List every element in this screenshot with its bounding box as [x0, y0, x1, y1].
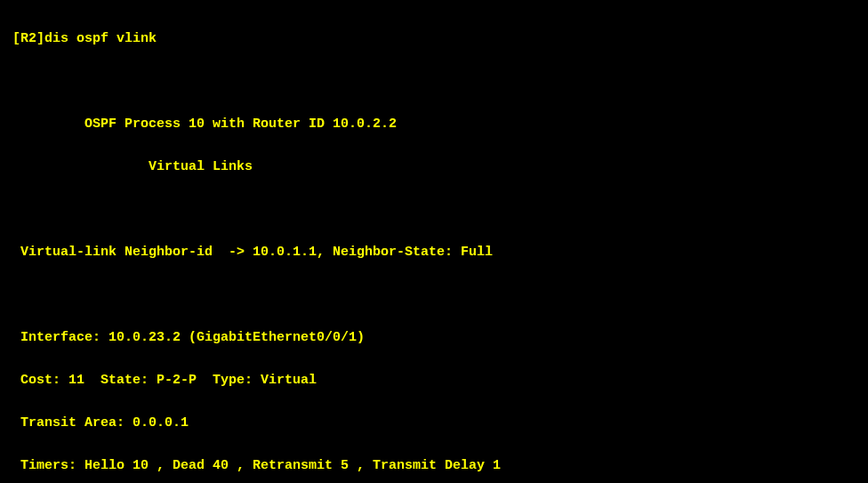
virtual-links-header: Virtual Links [12, 157, 856, 178]
vlink1-timers: Timers: Hello 10 , Dead 40 , Retransmit … [12, 455, 856, 477]
terminal-output[interactable]: [R2]dis ospf vlink OSPF Process 10 with … [12, 7, 856, 483]
vlink1-interface: Interface: 10.0.23.2 (GigabitEthernet0/0… [12, 327, 856, 349]
vlink1-transit: Transit Area: 0.0.0.1 [12, 413, 856, 434]
blank-line [12, 199, 856, 221]
cmd-line: [R2]dis ospf vlink [12, 28, 856, 50]
ospf-process-header: OSPF Process 10 with Router ID 10.0.2.2 [12, 114, 856, 135]
vlink1-neighbor: Virtual-link Neighbor-id -> 10.0.1.1, Ne… [12, 242, 856, 263]
vlink1-cost: Cost: 11 State: P-2-P Type: Virtual [12, 370, 856, 391]
blank-line [12, 71, 856, 93]
blank-line [12, 285, 856, 306]
